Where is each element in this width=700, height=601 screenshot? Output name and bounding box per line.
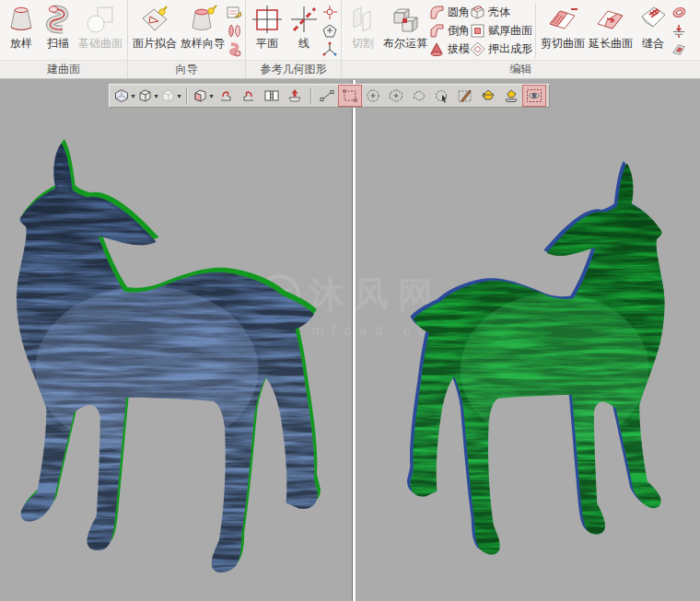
toolbar-separator [186,87,187,104]
thicken-label: 赋厚曲面 [488,23,532,39]
scan-mesh-deer-model[interactable] [7,138,328,578]
solid-display-button[interactable]: ▾ [136,86,158,106]
sweep-icon [41,3,75,36]
ghost-display-icon [159,88,176,103]
basic-surface-button[interactable]: 基础曲面 [76,1,124,52]
ref-point-icon [322,5,338,20]
ribbon: 放样 扫描 基础曲面 建曲面 面片拟合 [0,0,700,79]
mesh-display-button[interactable]: ▾ [113,86,135,106]
normal-direction-up-button[interactable] [284,86,306,106]
select-smart-button[interactable] [431,86,453,106]
extend-surface-button[interactable]: 延长曲面 [587,1,635,52]
edit-extra-1-icon [671,5,686,20]
paint-all-button[interactable] [500,86,522,106]
sweep-wizard-button[interactable] [227,40,242,58]
edit-extra-2-button[interactable] [671,22,686,40]
fillet-label: 圆角 [448,5,470,20]
select-brush-icon [457,88,473,103]
mesh-display-icon [113,88,130,103]
select-rectangle-icon [342,88,358,103]
paint-all-icon [503,88,519,103]
fillet-icon [429,5,445,20]
trim-surface-button[interactable]: 剪切曲面 [539,1,587,52]
thicken-button[interactable]: 赋厚曲面 [470,22,532,40]
solid-display-icon [136,88,153,103]
plane-label: 平面 [256,36,278,52]
paint-selected-button[interactable] [477,86,499,106]
select-line-button[interactable] [316,86,338,106]
ghost-display-button[interactable]: ▾ [159,86,181,106]
ribbon-group-wizard: 面片拟合 放样向导 [128,0,246,78]
extrude-label: 押出成形 [488,41,532,57]
edit-extra-2-icon [671,23,686,39]
loft-wizard-icon [186,3,219,36]
cut-button[interactable]: 切割 [344,1,381,52]
group-label-ref-geometry: 参考几何图形 [246,60,341,78]
select-polygon-button[interactable] [385,86,407,106]
flip-normal-left-icon [217,88,234,103]
face-color-display-button[interactable]: ▾ [192,86,214,106]
select-lasso-button[interactable] [408,86,430,106]
loft-wizard-button[interactable]: 放样向导 [179,1,227,52]
group-label-wizard: 向导 [128,60,245,78]
chamfer-button[interactable]: 倒角 [429,22,470,40]
sketch-wizard-button[interactable] [227,4,242,21]
extrude-wizard-button[interactable] [227,22,242,40]
sweep-button[interactable]: 扫描 [40,1,76,52]
dropdown-arrow-icon: ▾ [154,92,158,100]
flip-normal-right-icon [240,88,257,103]
viewport: MF 沐风网 www.mfcad.com ▾ [0,80,700,601]
line-button[interactable]: 线 [286,1,322,52]
select-brush-button[interactable] [454,86,476,106]
toolbar-separator [310,87,311,104]
normal-direction-up-icon [286,88,303,103]
split-faces-button[interactable] [261,86,283,106]
ref-polygon-button[interactable] [322,22,338,40]
show-hide-selection-button[interactable] [523,86,545,106]
line-label: 线 [298,36,309,52]
ref-polygon-icon [322,23,338,39]
fillet-button[interactable]: 圆角 [429,4,470,21]
loft-button[interactable]: 放样 [3,1,40,52]
ribbon-group-create-surface: 放样 扫描 基础曲面 建曲面 [0,0,128,78]
stitch-button[interactable]: 缝合 [635,1,671,52]
edit-extra-1-button[interactable] [671,4,686,21]
face-color-display-icon [192,88,208,103]
chamfer-icon [429,23,445,39]
flip-normal-left-button[interactable] [215,86,237,106]
patch-fit-icon [138,3,171,36]
flip-normal-right-button[interactable] [238,86,260,106]
ref-coordinate-button[interactable] [322,40,338,58]
select-rectangle-button[interactable] [339,86,361,106]
plane-button[interactable]: 平面 [249,1,286,52]
shell-icon [470,5,485,20]
dropdown-arrow-icon: ▾ [209,92,213,100]
pane-splitter[interactable] [352,80,356,601]
ref-point-button[interactable] [322,4,338,21]
draft-icon [429,41,445,57]
sketch-wizard-icon [227,5,242,20]
edit-group-separator [535,3,536,58]
draft-button[interactable]: 拔模 [429,40,470,58]
trim-surface-icon [546,3,579,36]
edit-extra-3-button[interactable] [671,40,686,58]
dropdown-arrow-icon: ▾ [131,92,134,100]
line-icon [287,3,321,36]
paint-selected-icon [480,88,496,103]
extrude-button[interactable]: 押出成形 [470,40,532,58]
boolean-button[interactable]: 布尔运算 [381,1,429,52]
loft-wizard-label: 放样向导 [181,36,225,52]
shell-button[interactable]: 壳体 [470,4,532,21]
patch-fit-button[interactable]: 面片拟合 [131,1,179,52]
select-polygon-icon [388,88,404,103]
extend-surface-label: 延长曲面 [589,36,633,52]
view-toolbar: ▾ ▾ ▾ ▾ [109,84,550,108]
basic-surface-icon [84,3,117,36]
chamfer-label: 倒角 [448,23,470,39]
patch-fit-label: 面片拟合 [133,36,177,52]
group-label-edit: 编辑 [342,60,700,78]
select-lasso-icon [411,88,427,103]
ref-coordinate-icon [322,41,338,57]
surface-deer-model[interactable] [402,158,672,560]
select-circle-button[interactable] [362,86,384,106]
